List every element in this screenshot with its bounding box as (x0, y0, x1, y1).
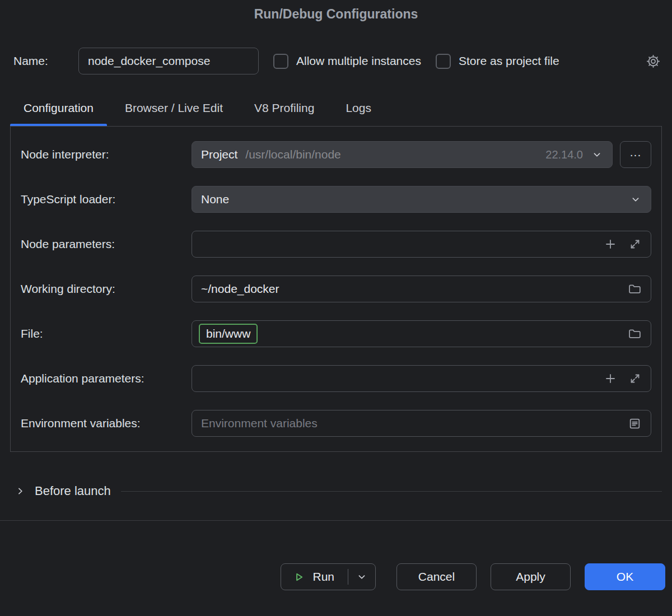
node-interpreter-select[interactable]: Project /usr/local/bin/node 22.14.0 (192, 141, 613, 168)
store-as-project-file-checkbox-group[interactable]: Store as project file (436, 54, 559, 69)
run-button[interactable]: Run (281, 564, 348, 590)
node-interpreter-path: /usr/local/bin/node (245, 148, 340, 161)
allow-multiple-instances-checkbox-group[interactable]: Allow multiple instances (273, 54, 421, 69)
tab-v8-profiling[interactable]: V8 Profiling (241, 92, 328, 126)
tab-browser-live-edit-label: Browser / Live Edit (125, 101, 223, 114)
name-input[interactable] (78, 48, 259, 74)
store-as-project-file-checkbox[interactable] (436, 54, 451, 69)
ok-button[interactable]: OK (585, 563, 665, 590)
working-directory-row: Working directory: ~/node_docker (21, 276, 651, 302)
typescript-loader-value: None (201, 193, 229, 206)
node-parameters-row: Node parameters: (21, 231, 651, 258)
node-interpreter-more-button[interactable]: ... (620, 141, 651, 168)
working-directory-label: Working directory: (21, 282, 192, 296)
tab-configuration-label: Configuration (24, 101, 94, 114)
node-parameters-label: Node parameters: (21, 237, 192, 251)
store-as-project-file-label[interactable]: Store as project file (459, 54, 559, 68)
folder-icon[interactable] (628, 327, 642, 341)
allow-multiple-instances-label[interactable]: Allow multiple instances (296, 54, 421, 68)
typescript-loader-row: TypeScript loader: None (21, 186, 651, 213)
application-parameters-label: Application parameters: (21, 372, 192, 385)
before-launch-label[interactable]: Before launch (35, 484, 111, 498)
run-split-button: Run (281, 563, 376, 590)
chevron-down-icon (591, 148, 603, 161)
apply-button[interactable]: Apply (491, 563, 571, 590)
environment-variables-label: Environment variables: (21, 417, 192, 430)
application-parameters-row: Application parameters: (21, 365, 651, 392)
run-debug-configurations-dialog: Run/Debug Configurations Name: Allow mul… (0, 0, 672, 616)
footer-button-bar: Run Cancel Apply OK (0, 563, 665, 590)
application-parameters-input[interactable] (192, 365, 651, 392)
dialog-title: Run/Debug Configurations (0, 0, 672, 22)
before-launch-section: Before launch (15, 478, 662, 505)
file-input[interactable]: bin/www (192, 320, 651, 347)
tab-logs[interactable]: Logs (332, 92, 385, 126)
expand-icon[interactable] (628, 237, 642, 251)
plus-icon[interactable] (604, 372, 617, 385)
run-button-label: Run (312, 570, 334, 584)
working-directory-value: ~/node_docker (201, 282, 279, 296)
file-label: File: (21, 327, 192, 340)
plus-icon[interactable] (604, 237, 617, 251)
allow-multiple-instances-checkbox[interactable] (273, 54, 288, 69)
name-label: Name: (13, 54, 78, 68)
working-directory-input[interactable]: ~/node_docker (192, 276, 651, 302)
file-value[interactable]: bin/www (199, 324, 258, 344)
environment-variables-input[interactable]: Environment variables (192, 410, 651, 437)
node-interpreter-row: Node interpreter: Project /usr/local/bin… (21, 141, 651, 168)
environment-variables-placeholder: Environment variables (201, 417, 318, 430)
browse-list-icon[interactable] (628, 417, 642, 431)
configuration-panel: Node interpreter: Project /usr/local/bin… (10, 126, 662, 452)
tab-configuration[interactable]: Configuration (10, 92, 107, 126)
node-interpreter-label: Node interpreter: (21, 148, 192, 161)
expand-icon[interactable] (628, 372, 642, 385)
tab-bar: Configuration Browser / Live Edit V8 Pro… (10, 92, 662, 126)
tab-v8-profiling-label: V8 Profiling (254, 101, 314, 114)
environment-variables-row: Environment variables: Environment varia… (21, 410, 651, 437)
node-interpreter-selected: Project (201, 148, 237, 161)
file-row: File: bin/www (21, 320, 651, 347)
folder-icon[interactable] (628, 282, 642, 296)
chevron-down-icon (629, 193, 642, 206)
cancel-button[interactable]: Cancel (396, 563, 477, 590)
run-chevron-down-icon[interactable] (348, 564, 375, 590)
tab-browser-live-edit[interactable]: Browser / Live Edit (111, 92, 236, 126)
tab-logs-label: Logs (346, 101, 371, 114)
name-row: Name: Allow multiple instances Store as … (13, 48, 661, 74)
typescript-loader-select[interactable]: None (192, 186, 651, 213)
chevron-right-icon[interactable] (15, 486, 26, 497)
before-launch-divider (121, 491, 662, 492)
play-icon (292, 571, 305, 584)
gear-icon[interactable] (646, 54, 661, 69)
typescript-loader-label: TypeScript loader: (21, 193, 192, 206)
footer-divider (0, 520, 672, 521)
node-interpreter-version: 22.14.0 (545, 148, 583, 161)
node-parameters-input[interactable] (192, 231, 651, 258)
